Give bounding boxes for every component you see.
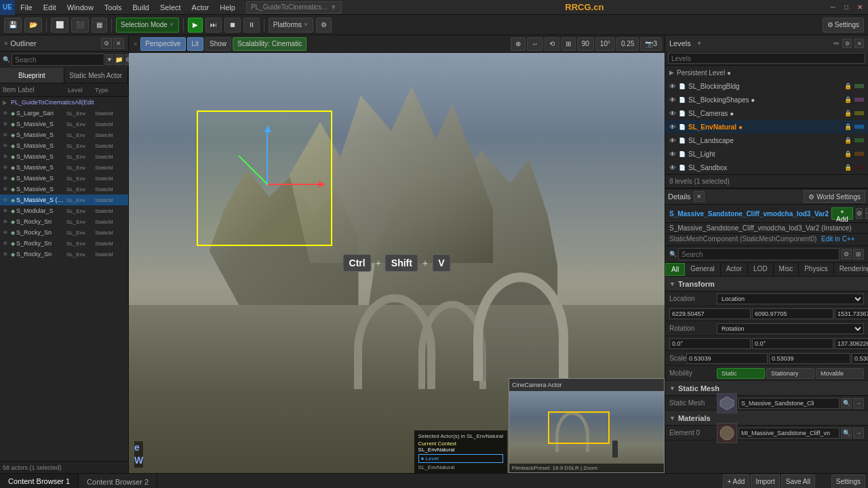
viewport-canvas[interactable]: Ctrl + Shift + V e W CineCamera Actor (129, 53, 665, 473)
outliner-item-1[interactable]: 👁 ◆ S_Large_San SL_Env StaticM (0, 108, 128, 119)
menu-select[interactable]: Select (155, 0, 186, 14)
camera-preview[interactable]: CineCamera Actor FilmbackPreset: 16:9 DS… (509, 378, 665, 473)
location-y-input[interactable] (752, 308, 833, 319)
outliner-item-10[interactable]: 👁 ◆ S_Modular_S SL_Env StaticM (0, 205, 128, 216)
material-browse-button[interactable]: 🔍 (841, 428, 852, 439)
menu-build[interactable]: Build (127, 0, 155, 14)
level-item-4[interactable]: 👁 📄 SL_Landscape 🔒 (665, 134, 868, 147)
mode-button[interactable]: ⬜ (51, 18, 68, 33)
level-item-5[interactable]: 👁 📄 SL_Light 🔒 (665, 147, 868, 161)
pause-button[interactable]: ⏸ (243, 18, 260, 33)
outliner-item-6[interactable]: 👁 ◆ S_Massive_S SL_Env StaticM (0, 162, 128, 173)
scale-y-input[interactable] (769, 353, 850, 364)
rotation-z-input[interactable] (835, 338, 868, 349)
open-button[interactable]: 📂 (24, 18, 42, 33)
mesh-name-input[interactable] (738, 398, 840, 409)
cat-tab-all[interactable]: All (665, 263, 685, 276)
level-item-persistent[interactable]: ▶ Persistent Level ● (665, 66, 868, 79)
viewport-menu-icon[interactable]: ≡ (132, 41, 139, 47)
details-options-1[interactable]: ⚙ (856, 208, 863, 219)
content-browser-1-tab[interactable]: Content Browser 1 (0, 474, 79, 488)
location-dropdown[interactable]: Location (717, 293, 864, 304)
rotation-x-input[interactable] (669, 338, 751, 349)
mode3-button[interactable]: ▦ (92, 18, 107, 33)
details-search-filter[interactable]: ⊞ (853, 249, 864, 260)
details-options-2[interactable]: ⋯ (865, 208, 868, 219)
material-arrow-button[interactable]: → (853, 428, 864, 439)
outliner-close-button[interactable]: ✕ (113, 38, 124, 49)
show-button[interactable]: Show (205, 37, 231, 51)
menu-window[interactable]: Window (62, 0, 99, 14)
lit-button[interactable]: Lit (187, 37, 204, 51)
vp-icon-2[interactable]: ↔ (527, 37, 543, 51)
outliner-item-2[interactable]: 👁 ◆ S_Massive_S SL_Env StaticM (0, 119, 128, 129)
add-content-button[interactable]: + Add (723, 474, 750, 489)
menu-help[interactable]: Help (214, 0, 241, 14)
step-button[interactable]: ⏭ (205, 18, 222, 33)
level-item-0[interactable]: 👁 📄 SL_BlockingBldg 🔒 (665, 79, 868, 93)
tab-static-mesh[interactable]: Static Mesh Actor (64, 68, 129, 83)
vp-cam[interactable]: 📷3 (640, 37, 662, 51)
mobility-static-button[interactable]: Static (717, 368, 765, 379)
cat-tab-general[interactable]: General (685, 263, 721, 276)
project-name[interactable]: PL_GuideToCinematics...▼ (246, 1, 342, 14)
levels-dropdown[interactable]: ▼ (696, 40, 703, 47)
cat-tab-rendering[interactable]: Rendering (834, 263, 868, 276)
perspective-button[interactable]: Perspective (140, 37, 185, 51)
levels-edit-button[interactable]: ✏ (833, 39, 840, 48)
menu-tools[interactable]: Tools (99, 0, 127, 14)
outliner-options-button[interactable]: ⚙ (101, 38, 112, 49)
levels-options-button[interactable]: ⚙ (842, 39, 852, 48)
level-item-6[interactable]: 👁 📄 SL_Sandbox 🔒 (665, 161, 868, 174)
level-context-btn[interactable]: ● Level (418, 454, 503, 463)
outliner-filter-button[interactable]: ▼ (106, 54, 113, 65)
mobility-stationary-button[interactable]: Stationary (766, 368, 814, 379)
outliner-search-input[interactable] (12, 54, 104, 66)
world-settings-button[interactable]: ⚙ World Settings (804, 190, 865, 203)
menu-actor[interactable]: Actor (186, 0, 215, 14)
rotation-dropdown[interactable]: Rotation (717, 323, 864, 334)
selection-mode-button[interactable]: Selection Mode▼ (116, 18, 179, 33)
vp-grid[interactable]: 10° (595, 37, 615, 51)
outliner-item-9-selected[interactable]: 👁 ◆ S_Massive_S (selected) SL_Env Static… (0, 195, 128, 205)
mesh-browse-button[interactable]: 🔍 (841, 398, 852, 409)
level-item-3-active[interactable]: 👁 📄 SL_EnvNatural ● 🔒 (665, 120, 868, 134)
levels-close-button[interactable]: ✕ (854, 39, 864, 48)
vp-icon-1[interactable]: ⊕ (511, 37, 526, 51)
outliner-item-8[interactable]: 👁 ◆ S_Massive_S SL_Env StaticM (0, 184, 128, 195)
mode2-button[interactable]: ⬛ (71, 18, 89, 33)
location-z-input[interactable] (835, 308, 868, 319)
edit-in-cpp-link[interactable]: Edit in C++ (821, 235, 854, 243)
import-content-button[interactable]: Import (751, 474, 779, 489)
stop-button[interactable]: ⏹ (224, 18, 241, 33)
settings-button[interactable]: ⚙ Settings (823, 18, 864, 33)
misc-settings-button[interactable]: ⚙ (316, 18, 332, 33)
outliner-item-5[interactable]: 👁 ◆ S_Massive_S SL_Env StaticM (0, 151, 128, 162)
cat-tab-actor[interactable]: Actor (721, 263, 748, 276)
outliner-item-4[interactable]: 👁 ◆ S_Massive_S SL_Env StaticM (0, 140, 128, 151)
vp-fov[interactable]: 90 (577, 37, 594, 51)
mesh-arrow-button[interactable]: → (853, 398, 864, 409)
material-name-input[interactable] (738, 428, 840, 439)
outliner-item-14[interactable]: 👁 ◆ S_Rocky_Sn SL_Env StaticM (0, 249, 128, 260)
outliner-item-3[interactable]: 👁 ◆ S_Massive_S SL_Env StaticM (0, 129, 128, 140)
menu-file[interactable]: File (15, 0, 38, 14)
cat-tab-lod[interactable]: LOD (748, 263, 774, 276)
outliner-item-12[interactable]: 👁 ◆ S_Rocky_Sn SL_Env StaticM (0, 227, 128, 238)
scale-z-input[interactable] (852, 353, 868, 364)
details-search-options[interactable]: ⚙ (841, 249, 852, 260)
outliner-item-11[interactable]: 👁 ◆ S_Rocky_Sn SL_Env StaticM (0, 216, 128, 227)
cat-tab-misc[interactable]: Misc (774, 263, 800, 276)
rotation-y-input[interactable] (752, 338, 833, 349)
outliner-item-root[interactable]: ▶ PL_GuideToCinematicsAll(Edit (0, 97, 128, 108)
save-all-content-button[interactable]: Save All (781, 474, 815, 489)
close-button[interactable]: ✕ (854, 2, 865, 13)
vp-icon-4[interactable]: ⊞ (561, 37, 576, 51)
cat-tab-physics[interactable]: Physics (799, 263, 833, 276)
outliner-item-13[interactable]: 👁 ◆ S_Rocky_Sn SL_Env StaticM (0, 238, 128, 249)
levels-search-input[interactable] (668, 53, 865, 64)
tab-blueprint[interactable]: Blueprint (0, 68, 64, 83)
scalability-button[interactable]: Scalability: Cinematic (233, 37, 307, 51)
details-close-button[interactable]: ✕ (694, 191, 705, 202)
level-item-2[interactable]: 👁 📄 SL_Cameras ● 🔒 (665, 106, 868, 120)
